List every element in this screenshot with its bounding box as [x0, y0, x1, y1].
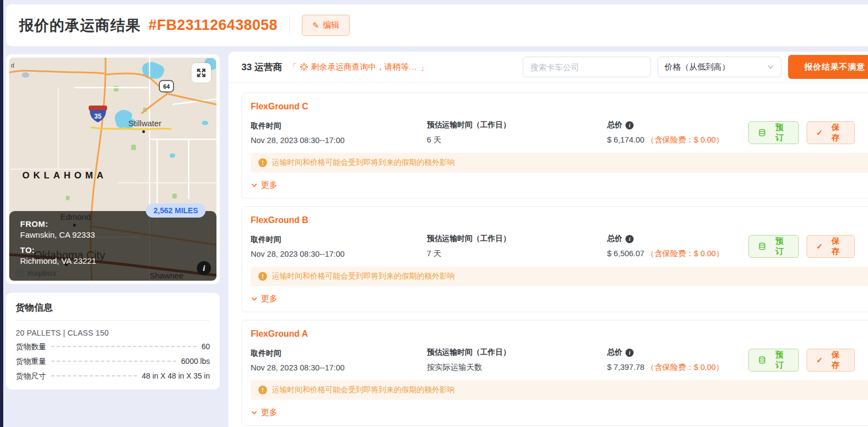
edit-button-label: 编辑: [323, 20, 339, 30]
transit-value: 7 天: [427, 249, 607, 259]
carrier-name: FlexGround C: [251, 102, 868, 112]
map-partial-label: d: [11, 62, 14, 69]
total-label: 总价: [607, 348, 622, 357]
save-button[interactable]: ✓ 保存: [807, 235, 855, 258]
carrier-list: FlexGround C 取件时间 Nov 28, 2023 08:30--17…: [228, 83, 868, 426]
pickup-value: Nov 28, 2023 08:30--17:00: [251, 363, 427, 372]
cargo-info-card: 货物信息 20 PALLETS | CLASS 150 货物数量 60 货物重量…: [6, 293, 220, 389]
warning-icon: !: [258, 272, 267, 281]
pencil-icon: ✎: [312, 21, 319, 30]
check-icon: ✓: [816, 242, 823, 251]
insurance-note: （含保险费：$ 0.00）: [647, 363, 724, 372]
more-link-label: 更多: [261, 294, 277, 304]
transit-label: 预估运输时间（工作日）: [427, 120, 607, 130]
cargo-row: 货物数量 60: [16, 342, 210, 352]
search-input[interactable]: [523, 57, 651, 77]
route-map-card: 64 35 d Stillwater OKLAHOMA Edmond Oklah…: [6, 54, 220, 284]
more-link[interactable]: 更多: [251, 407, 277, 418]
state-label: OKLAHOMA: [22, 170, 107, 181]
map-attribution-info-button[interactable]: i: [197, 261, 211, 275]
cargo-row-label: 货物数量: [16, 342, 46, 352]
expand-icon: [196, 68, 206, 78]
book-button[interactable]: 预订: [748, 349, 799, 372]
carrier-count: 33 运营商: [241, 61, 282, 73]
price-value: $ 7,397.78: [607, 363, 644, 372]
cargo-row-value: 6000 lbs: [181, 357, 210, 366]
info-icon[interactable]: i: [625, 121, 634, 129]
insurance-note: （含保险费：$ 0.00）: [647, 249, 724, 258]
cargo-row-value: 60: [201, 342, 210, 351]
city-label-stillwater: Stillwater: [128, 119, 162, 128]
save-button[interactable]: ✓ 保存: [807, 349, 855, 372]
pickup-value: Nov 28, 2023 08:30--17:00: [251, 136, 427, 145]
holiday-warning: ! 运输时间和价格可能会受到即将到来的假期的额外影响: [251, 380, 868, 400]
dotted-leader: [51, 361, 176, 362]
holiday-warning: ! 运输时间和价格可能会受到即将到来的假期的额外影响: [251, 267, 868, 286]
edit-button[interactable]: ✎ 编辑: [302, 15, 350, 36]
more-link-label: 更多: [261, 180, 277, 190]
book-button-label: 预订: [771, 236, 789, 257]
warning-text: 运输时间和价格可能会受到即将到来的假期的额外影响: [272, 271, 455, 281]
cargo-row-label: 货物尺寸: [16, 372, 46, 381]
database-icon: [758, 128, 766, 137]
cargo-row-value: 48 in X 48 in X 35 in: [142, 372, 210, 380]
total-label: 总价: [607, 234, 622, 244]
pickup-label: 取件时间: [251, 349, 427, 358]
check-icon: ✓: [816, 356, 823, 364]
more-link[interactable]: 更多: [251, 180, 277, 190]
us-route-shield: 64: [159, 81, 173, 92]
warning-text: 运输时间和价格可能会受到即将到来的假期的额外影响: [272, 158, 455, 168]
save-button[interactable]: ✓ 保存: [807, 121, 855, 144]
quote-feedback-button[interactable]: 报价结果不满意: [788, 55, 868, 79]
results-panel: 33 运营商 「 剩余承运商查询中，请稍等… 」 价格（从低到高）: [228, 52, 868, 427]
chevron-down-icon: [767, 63, 774, 71]
insurance-note: （含保险费：$ 0.00）: [647, 135, 724, 144]
chevron-down-icon: [251, 409, 258, 416]
more-link-label: 更多: [261, 407, 277, 418]
carrier-name: FlexGround A: [251, 329, 868, 339]
warning-text: 运输时间和价格可能会受到即将到来的假期的额外影响: [272, 385, 455, 395]
order-number: #FB231126438058: [148, 17, 277, 34]
more-link[interactable]: 更多: [251, 294, 277, 304]
carrier-name: FlexGround B: [251, 215, 868, 225]
to-value: Richmond, VA 23221: [20, 256, 206, 265]
transit-label: 预估运输时间（工作日）: [427, 234, 607, 244]
book-button-label: 预订: [771, 122, 789, 143]
book-button[interactable]: 预订: [748, 235, 799, 258]
transit-value: 6 天: [427, 135, 607, 145]
distance-badge: 2,562 MILES: [146, 203, 206, 218]
from-value: Fawnskin, CA 92333: [20, 230, 206, 239]
pickup-value: Nov 28, 2023 08:30--17:00: [251, 250, 427, 258]
sort-select[interactable]: 价格（从低到高）: [658, 57, 782, 77]
results-header: 33 运营商 「 剩余承运商查询中，请稍等… 」 价格（从低到高）: [228, 52, 868, 83]
save-button-label: 保存: [828, 236, 845, 257]
check-icon: ✓: [816, 128, 823, 137]
chevron-down-icon: [251, 295, 258, 302]
database-icon: [758, 356, 766, 364]
route-summary-overlay: 2,562 MILES FROM: Fawnskin, CA 92333 TO:…: [9, 211, 216, 281]
loading-status: 「 剩余承运商查询中，请稍等… 」: [289, 62, 428, 72]
save-button-label: 保存: [828, 350, 845, 370]
transit-label: 预估运输时间（工作日）: [427, 348, 607, 357]
chevron-down-icon: [251, 182, 258, 189]
map-fullscreen-button[interactable]: [191, 63, 211, 83]
left-edge-strip: [0, 0, 3, 427]
pickup-label: 取件时间: [251, 121, 427, 131]
to-label: TO:: [20, 245, 206, 255]
carrier-card: FlexGround B 取件时间 Nov 28, 2023 08:30--17…: [241, 206, 868, 312]
map-canvas[interactable]: 64 35 d Stillwater OKLAHOMA Edmond Oklah…: [9, 58, 216, 281]
warning-icon: !: [258, 158, 267, 167]
dotted-leader: [51, 346, 196, 347]
loading-text: 剩余承运商查询中，请稍等…: [311, 62, 417, 72]
info-icon[interactable]: i: [625, 349, 634, 357]
pickup-label: 取件时间: [251, 235, 427, 245]
page-title: 报价的承运商结果: [19, 16, 141, 35]
carrier-card: FlexGround A 取件时间 Nov 28, 2023 08:30--17…: [241, 320, 868, 426]
carrier-card: FlexGround C 取件时间 Nov 28, 2023 08:30--17…: [241, 92, 868, 199]
sort-select-value: 价格（从低到高）: [665, 62, 730, 72]
info-icon[interactable]: i: [625, 235, 634, 243]
header-divider: [289, 16, 290, 35]
book-button[interactable]: 预订: [748, 121, 799, 144]
cargo-row-label: 货物重量: [16, 357, 46, 367]
page-header: 报价的承运商结果 #FB231126438058 ✎ 编辑: [6, 4, 868, 46]
